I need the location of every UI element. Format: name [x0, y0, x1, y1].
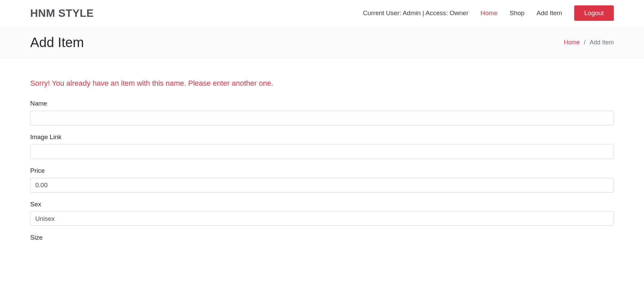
- content: Sorry! You already have an item with thi…: [0, 59, 644, 263]
- name-input[interactable]: [30, 111, 614, 125]
- form-group-name: Name: [30, 100, 614, 125]
- nav-link-add-item[interactable]: Add Item: [537, 9, 562, 17]
- price-label: Price: [30, 167, 614, 174]
- breadcrumb-separator: /: [584, 39, 586, 46]
- error-message: Sorry! You already have an item with thi…: [30, 79, 614, 88]
- navbar: HNM STYLE Current User: Admin | Access: …: [0, 0, 644, 26]
- nav-right: Current User: Admin | Access: Owner Home…: [363, 5, 614, 21]
- image-link-label: Image Link: [30, 133, 614, 141]
- brand-logo[interactable]: HNM STYLE: [30, 7, 94, 19]
- breadcrumb-home[interactable]: Home: [564, 39, 580, 46]
- sex-label: Sex: [30, 201, 614, 208]
- form-group-sex: Sex Unisex: [30, 201, 614, 226]
- nav-link-home[interactable]: Home: [481, 9, 498, 17]
- nav-link-shop[interactable]: Shop: [509, 9, 524, 17]
- sex-select[interactable]: Unisex: [30, 211, 614, 226]
- form-group-size: Size: [30, 234, 614, 241]
- page-title: Add Item: [30, 35, 84, 50]
- breadcrumb-section: Add Item Home / Add Item: [0, 26, 644, 59]
- form-group-price: Price: [30, 167, 614, 193]
- image-link-input[interactable]: [30, 144, 614, 159]
- form-group-image-link: Image Link: [30, 133, 614, 159]
- price-input[interactable]: [30, 178, 614, 193]
- name-label: Name: [30, 100, 614, 107]
- breadcrumb-current: Add Item: [590, 39, 614, 46]
- logout-button[interactable]: Logout: [574, 5, 614, 21]
- user-info: Current User: Admin | Access: Owner: [363, 9, 468, 17]
- breadcrumb: Home / Add Item: [564, 39, 614, 46]
- size-label: Size: [30, 234, 614, 241]
